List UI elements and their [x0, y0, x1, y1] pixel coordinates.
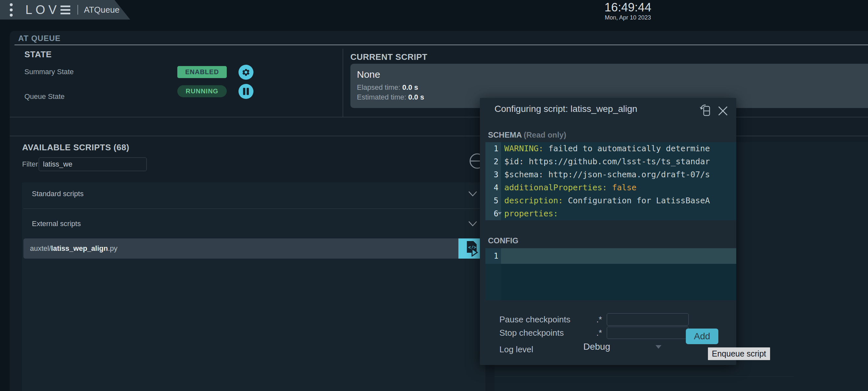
group-standard-scripts[interactable]: Standard scripts: [22, 186, 486, 202]
kebab-menu-icon[interactable]: [5, 3, 18, 17]
close-modal-button[interactable]: [717, 105, 728, 117]
page-title: AT QUEUE: [18, 34, 61, 43]
clock-time: 16:49:44: [572, 1, 683, 14]
divider-line: [10, 117, 868, 118]
state-section-title: STATE: [24, 50, 52, 60]
summary-state-badge: ENABLED: [177, 66, 227, 78]
script-name: latiss_wep_align: [51, 244, 108, 253]
schema-code-line: 1WARNING: failed to automatically determ…: [486, 142, 736, 155]
external-scripts-label: External scripts: [32, 220, 81, 228]
pause-checkpoints-input[interactable]: [607, 313, 689, 326]
script-path-prefix: auxtel/: [30, 244, 51, 253]
app-title: ATQueue: [84, 5, 119, 15]
filter-label: Filter:: [22, 160, 40, 168]
log-level-value: Debug: [583, 341, 610, 352]
schema-code-line: 2$id: https://github.com/lsst-ts/ts_stan…: [486, 155, 736, 168]
script-list-item[interactable]: auxtel/latiss_wep_align.py: [24, 238, 458, 259]
schema-code-line: 3$schema: http://json-schema.org/draft-0…: [486, 168, 736, 181]
summary-state-label: Summary State: [24, 68, 74, 76]
queue-pause-button[interactable]: [239, 84, 253, 99]
schema-code-line: 5description: Configuration for LatissBa…: [486, 194, 736, 207]
current-script-title: CURRENT SCRIPT: [350, 52, 428, 62]
logo-text: LOV: [25, 3, 60, 17]
config-editor[interactable]: 1: [486, 248, 736, 300]
stop-checkpoints-label: Stop checkpoints: [499, 328, 564, 338]
add-button[interactable]: Add: [686, 329, 718, 344]
pause-icon: [242, 87, 250, 96]
queue-state-label: Queue State: [24, 92, 65, 101]
summary-state-gear-button[interactable]: [239, 65, 253, 80]
stop-regex-hint: .*: [596, 328, 602, 338]
filter-input[interactable]: [39, 157, 147, 171]
current-script-name: None: [357, 69, 862, 80]
schema-code-line: 4additionalProperties: false: [486, 181, 736, 194]
estimated-time-label: Estimated time:: [357, 93, 406, 101]
logo-e-bars-icon: [61, 5, 70, 14]
enqueue-script-tooltip: Enqueue script: [708, 348, 770, 360]
clock-date: Mon, Apr 10 2023: [572, 14, 683, 21]
title-rule: [14, 44, 868, 45]
config-active-line[interactable]: [501, 248, 736, 264]
schema-code-line: 6properties:: [486, 207, 736, 220]
log-level-label: Log level: [499, 345, 533, 355]
standard-scripts-label: Standard scripts: [32, 190, 84, 198]
schema-readonly-hint: (Read only): [524, 130, 566, 139]
script-extension: .py: [108, 244, 118, 253]
chevron-down-icon: [468, 191, 477, 197]
schema-editor[interactable]: 1WARNING: failed to automatically determ…: [486, 142, 736, 220]
queue-panel-divider: [495, 377, 794, 377]
config-empty-area[interactable]: [501, 264, 736, 300]
schema-section-title: SCHEMA (Read only): [488, 130, 566, 139]
estimated-time-value: 0.0 s: [408, 93, 424, 101]
gear-icon: [241, 67, 251, 77]
logo-separator: [78, 5, 78, 14]
pause-regex-hint: .*: [596, 315, 602, 325]
divider-line: [10, 136, 868, 136]
group-divider: [24, 208, 486, 209]
script-launch-icon: </>: [464, 240, 479, 257]
navbar-logo-area: LOV ATQueue: [0, 0, 130, 20]
config-line-number: 1: [486, 248, 501, 264]
clock: 16:49:44 Mon, Apr 10 2023: [572, 0, 683, 21]
rotate-panel-icon: [699, 104, 712, 118]
group-external-scripts[interactable]: External scripts: [22, 216, 486, 232]
fold-arrow-icon[interactable]: [498, 212, 502, 215]
select-caret-icon: [656, 345, 661, 349]
config-section-title: CONFIG: [488, 236, 518, 245]
elapsed-time-label: Elapsed time:: [357, 83, 400, 91]
chevron-down-icon: [468, 221, 477, 227]
toggle-orientation-button[interactable]: [699, 104, 712, 118]
state-divider: [343, 49, 343, 117]
close-icon: [717, 105, 728, 117]
log-level-select[interactable]: Debug: [583, 341, 661, 352]
top-navbar: LOV ATQueue 16:49:44 Mon, Apr 10 2023: [0, 0, 868, 20]
config-gutter: [486, 264, 501, 300]
configure-script-modal: Configuring script: latiss_wep_align SCH…: [480, 98, 736, 365]
stop-checkpoints-input[interactable]: [607, 327, 689, 339]
queue-state-badge: RUNNING: [177, 85, 227, 97]
love-logo: LOV ATQueue: [25, 3, 119, 17]
available-scripts-title: AVAILABLE SCRIPTS (68): [22, 142, 129, 153]
scripts-list-card: Standard scripts External scripts: [22, 183, 486, 391]
modal-title: Configuring script: latiss_wep_align: [495, 104, 637, 114]
pause-checkpoints-label: Pause checkpoints: [499, 315, 570, 325]
elapsed-time-value: 0.0 s: [402, 83, 418, 91]
